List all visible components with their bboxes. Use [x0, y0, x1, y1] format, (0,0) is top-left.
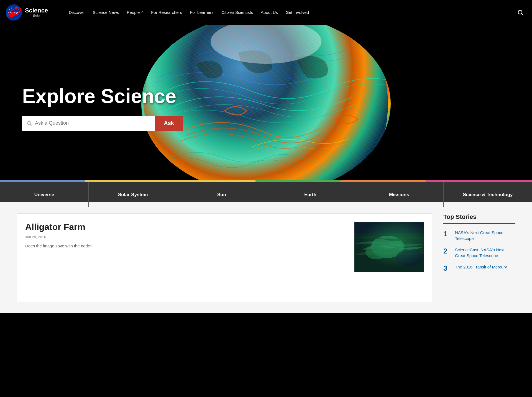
- story-num-2: 2: [443, 247, 451, 255]
- color-bar-sun: [170, 180, 255, 182]
- nasa-logo: NASA: [6, 4, 22, 21]
- article-date: Jun 20, 2016: [25, 235, 346, 239]
- sidebar: Top Stories 1 NASA's Next Great Space Te…: [443, 213, 515, 302]
- beta-label: Beta: [25, 14, 48, 17]
- story-link-2[interactable]: ScienceCast: NASA's Next Great Space Tel…: [455, 247, 515, 258]
- svg-line-16: [30, 124, 32, 125]
- article-title: Alligator Farm: [25, 222, 346, 232]
- main-nav: Discover Science News People For Researc…: [65, 0, 514, 25]
- search-bar: Ask: [22, 116, 183, 131]
- header-search-button[interactable]: [514, 9, 526, 16]
- color-bar: [0, 180, 532, 182]
- cat-universe[interactable]: Universe: [0, 182, 89, 207]
- header-divider: [59, 6, 59, 19]
- nav-for-learners[interactable]: For Learners: [186, 0, 218, 25]
- color-bar-earth: [255, 180, 341, 182]
- story-item-3: 3 The 2016 Transit of Mercury: [443, 264, 515, 273]
- top-stories-heading: Top Stories: [443, 213, 515, 224]
- color-bar-universe: [0, 180, 85, 182]
- hero-title: Explore Science: [22, 85, 183, 107]
- story-link-3[interactable]: The 2016 Transit of Mercury: [455, 264, 507, 270]
- story-num-3: 3: [443, 264, 451, 273]
- story-link-1[interactable]: NASA's Next Great Space Telescope: [455, 230, 515, 241]
- search-input[interactable]: [35, 116, 150, 131]
- color-bar-missions: [341, 180, 426, 182]
- category-nav: Universe Solar System Sun Earth Missions…: [0, 182, 532, 202]
- story-num-1: 1: [443, 230, 451, 238]
- svg-point-2: [9, 9, 10, 10]
- svg-point-15: [27, 121, 31, 125]
- nav-science-news[interactable]: Science News: [89, 0, 123, 25]
- svg-line-11: [522, 14, 523, 15]
- color-bar-science: [426, 180, 532, 182]
- svg-rect-17: [354, 222, 424, 272]
- science-beta-logo: Science Beta: [25, 7, 48, 17]
- svg-point-5: [18, 9, 19, 9]
- svg-point-3: [11, 7, 12, 8]
- cat-missions[interactable]: Missions: [355, 182, 444, 207]
- nav-get-involved[interactable]: Get Involved: [282, 0, 313, 25]
- article-image: [354, 222, 424, 272]
- hero-section: Explore Science Ask: [0, 25, 532, 180]
- cat-science-technology[interactable]: Science & Technology: [444, 182, 532, 207]
- article-text: Alligator Farm Jun 20, 2016 Does the ima…: [25, 222, 346, 293]
- svg-point-21: [396, 250, 424, 266]
- color-bar-solar: [85, 180, 170, 182]
- nav-citizen-scientists[interactable]: Citizen Scientists: [218, 0, 257, 25]
- svg-point-4: [16, 7, 17, 8]
- main-article: Alligator Farm Jun 20, 2016 Does the ima…: [17, 213, 432, 302]
- nav-about-us[interactable]: About Us: [257, 0, 282, 25]
- nav-discover[interactable]: Discover: [65, 0, 89, 25]
- story-item-1: 1 NASA's Next Great Space Telescope: [443, 230, 515, 241]
- site-header: NASA Science Beta Discover Science News …: [0, 0, 532, 25]
- logo-area: NASA Science Beta: [6, 4, 48, 21]
- cat-sun[interactable]: Sun: [177, 182, 266, 207]
- search-icon-hero: [27, 121, 32, 126]
- svg-point-14: [211, 25, 321, 64]
- cat-solar-system[interactable]: Solar System: [89, 182, 177, 207]
- search-input-wrap: [22, 116, 155, 131]
- svg-point-10: [518, 10, 522, 14]
- cat-earth[interactable]: Earth: [266, 182, 355, 207]
- nav-people[interactable]: People: [123, 0, 147, 25]
- svg-point-18: [371, 236, 404, 258]
- science-label: Science: [25, 7, 48, 14]
- search-icon: [517, 9, 524, 16]
- svg-rect-20: [354, 222, 424, 233]
- hero-content: Explore Science Ask: [0, 85, 205, 130]
- article-description: Does the image save with the node?: [25, 243, 346, 249]
- ask-button[interactable]: Ask: [155, 116, 183, 131]
- nav-for-researchers[interactable]: For Researchers: [147, 0, 186, 25]
- content-area: Alligator Farm Jun 20, 2016 Does the ima…: [0, 202, 532, 313]
- story-item-2: 2 ScienceCast: NASA's Next Great Space T…: [443, 247, 515, 258]
- svg-point-19: [365, 245, 388, 259]
